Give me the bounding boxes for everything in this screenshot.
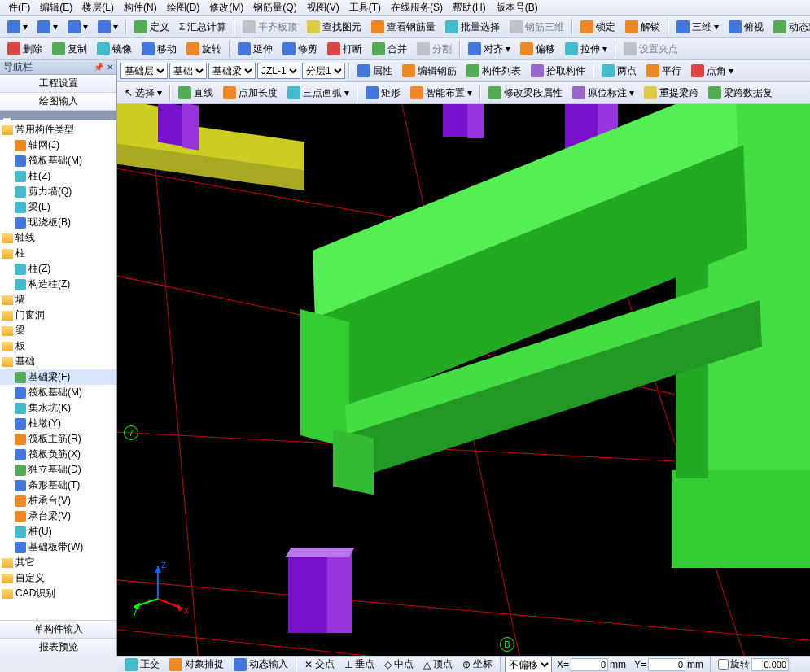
tree-folder[interactable]: 常用构件类型 <box>0 122 116 137</box>
y-input[interactable] <box>648 658 685 671</box>
tree-item[interactable]: 柱墩(Y) <box>0 416 116 431</box>
mirror-button[interactable]: 镜像 <box>93 41 136 58</box>
extlen-button[interactable]: 点加长度 <box>219 85 282 102</box>
tab-single-member[interactable]: 单构件输入 <box>0 620 116 638</box>
stretch-button[interactable]: 拉伸▾ <box>561 41 611 58</box>
ortho-toggle[interactable]: 正交 <box>120 656 164 672</box>
relift-button[interactable]: 重提梁跨 <box>640 85 703 102</box>
tree-folder[interactable]: 轴线 <box>0 230 116 246</box>
angle-button[interactable]: 点角▾ <box>687 63 738 80</box>
beamprop-button[interactable]: 修改梁段属性 <box>484 85 567 102</box>
find-button[interactable]: 查找图元 <box>303 19 366 36</box>
tree-item[interactable]: 筏板基础(M) <box>0 153 116 168</box>
mid-snap[interactable]: ◇中点 <box>380 656 418 672</box>
origlabel-button[interactable]: 原位标注▾ <box>568 85 638 102</box>
parallel-button[interactable]: 平行 <box>642 63 685 80</box>
tab-project-settings[interactable]: 工程设置 <box>0 75 116 93</box>
perp-snap[interactable]: ⊥垂点 <box>340 656 379 672</box>
prop-button[interactable]: 属性 <box>353 63 396 80</box>
sum-button[interactable]: Σ汇总计算 <box>175 19 230 36</box>
tree-folder[interactable]: 板 <box>0 338 116 354</box>
viewport-3d[interactable]: 7 B x y z <box>117 104 810 656</box>
menu-modify[interactable]: 修改(M) <box>204 1 248 15</box>
floor-combo[interactable]: 基础层 <box>120 63 168 79</box>
tree-item[interactable]: 构造柱(Z) <box>0 277 116 292</box>
unlock-button[interactable]: 解锁 <box>621 19 664 36</box>
level-button[interactable]: 平齐板顶 <box>239 19 301 36</box>
rebar-button[interactable]: 查看钢筋量 <box>367 19 440 36</box>
tree-item[interactable]: 独立基础(D) <box>0 462 116 478</box>
align-button[interactable]: 对齐▾ <box>464 41 514 58</box>
twopt-button[interactable]: 两点 <box>598 63 641 80</box>
menu-rebar[interactable]: 钢筋量(Q) <box>248 1 301 15</box>
category-combo[interactable]: 基础 <box>169 63 207 79</box>
batch-button[interactable]: 批量选择 <box>441 19 504 36</box>
tree-item[interactable]: 剪力墙(Q) <box>0 184 116 199</box>
type-combo[interactable]: 基础梁 <box>208 63 256 79</box>
delete-button[interactable]: 删除 <box>3 41 46 58</box>
grip-button[interactable]: 设置夹点 <box>620 41 682 58</box>
nav-tree[interactable]: 常用构件类型轴网(J)筏板基础(M)柱(Z)剪力墙(Q)梁(L)现浇板(B)轴线… <box>0 120 116 620</box>
tree-folder[interactable]: 自定义 <box>0 570 116 586</box>
tree-item[interactable]: 筏板负筋(X) <box>0 447 116 462</box>
break-button[interactable]: 打断 <box>323 41 366 58</box>
tree-item[interactable]: 桩承台(V) <box>0 493 116 508</box>
tab-draw-input[interactable]: 绘图输入 <box>0 93 116 111</box>
offset-mode-combo[interactable]: 不偏移 <box>505 657 552 673</box>
undo-button[interactable]: ▾ <box>63 19 92 35</box>
menu-draw[interactable]: 绘图(D) <box>162 1 205 15</box>
split-button[interactable]: 分割 <box>413 41 456 58</box>
top-snap[interactable]: △顶点 <box>419 656 457 672</box>
tree-folder[interactable]: 梁 <box>0 323 116 338</box>
tree-folder[interactable]: 墙 <box>0 292 116 308</box>
rect-button[interactable]: 矩形 <box>361 85 405 102</box>
tree-item[interactable]: 集水坑(K) <box>0 400 116 416</box>
persp-button[interactable]: 俯视 <box>725 19 768 36</box>
tab-report-preview[interactable]: 报表预览 <box>0 638 116 656</box>
select-button[interactable]: ↖选择▾ <box>120 85 166 102</box>
memlist-button[interactable]: 构件列表 <box>462 63 525 80</box>
menu-version[interactable]: 版本号(B) <box>491 1 543 15</box>
offset-button[interactable]: 偏移 <box>516 41 559 58</box>
arc3-button[interactable]: 三点画弧▾ <box>283 85 353 102</box>
nav-strip[interactable]: ▬ <box>0 111 116 120</box>
tree-item[interactable]: 桩(U) <box>0 524 116 539</box>
rebar3d-button[interactable]: 钢筋三维 <box>506 19 568 36</box>
pick-button[interactable]: 拾取构件 <box>527 63 589 80</box>
trim-button[interactable]: 修剪 <box>278 41 322 58</box>
menu-view[interactable]: 视图(V) <box>302 1 344 15</box>
define-button[interactable]: 定义 <box>130 19 173 36</box>
coord-snap[interactable]: ⊕坐标 <box>458 656 497 672</box>
tree-folder[interactable]: 基础 <box>0 354 116 369</box>
rotate-checkbox[interactable] <box>718 659 729 670</box>
cross-snap[interactable]: ✕交点 <box>300 656 339 672</box>
tree-item[interactable]: 现浇板(B) <box>0 215 116 230</box>
editrebar-button[interactable]: 编辑钢筋 <box>398 63 461 80</box>
move-button[interactable]: 移动 <box>138 41 181 58</box>
rotate-input[interactable] <box>751 658 789 671</box>
lock-button[interactable]: 锁定 <box>576 19 620 36</box>
menu-tools[interactable]: 工具(T) <box>344 1 386 15</box>
member-combo[interactable]: JZL-1 <box>257 63 300 79</box>
menu-edit[interactable]: 编辑(E) <box>35 1 77 15</box>
tree-item[interactable]: 梁(L) <box>0 199 116 215</box>
tree-item[interactable]: 轴网(J) <box>0 137 116 153</box>
extend-button[interactable]: 延伸 <box>234 41 277 58</box>
merge-button[interactable]: 合并 <box>368 41 411 58</box>
copy-button[interactable]: 复制 <box>48 41 91 58</box>
smart-button[interactable]: 智能布置▾ <box>406 85 476 102</box>
menu-file[interactable]: 件(F) <box>3 1 35 15</box>
tree-folder[interactable]: 门窗洞 <box>0 308 116 323</box>
menu-help[interactable]: 帮助(H) <box>448 1 491 15</box>
rotate-button[interactable]: 旋转 <box>182 41 225 58</box>
dynview-button[interactable]: 动态观察 <box>769 19 810 36</box>
tree-folder[interactable]: 其它 <box>0 555 116 570</box>
x-input[interactable] <box>571 658 608 671</box>
tree-item[interactable]: 基础梁(F) <box>0 369 116 385</box>
new-button[interactable]: ▾ <box>3 19 32 35</box>
line-button[interactable]: 直线 <box>174 85 217 102</box>
redo-button[interactable]: ▾ <box>94 19 122 35</box>
tree-folder[interactable]: 柱 <box>0 246 116 261</box>
tree-item[interactable]: 筏板主筋(R) <box>0 431 116 447</box>
tree-item[interactable]: 筏板基础(M) <box>0 385 116 400</box>
